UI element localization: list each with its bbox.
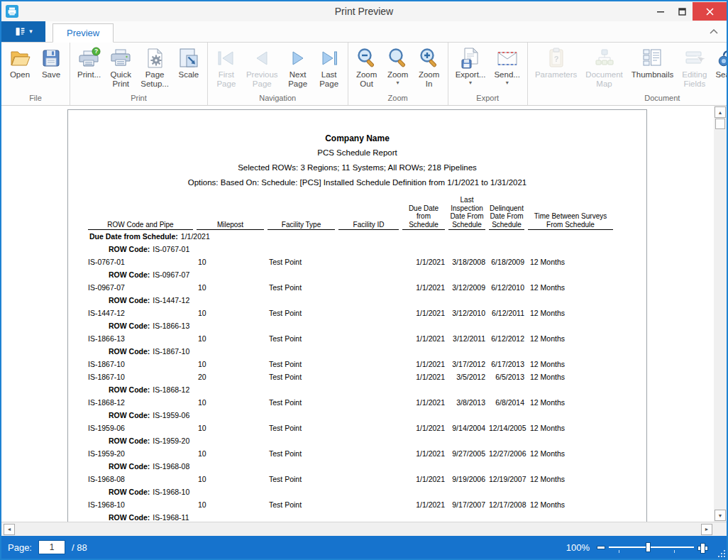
open-label: Open <box>10 70 30 79</box>
scale-button[interactable]: Scale <box>173 45 204 93</box>
zoom-percent: 100% <box>566 542 590 553</box>
column-header: Delinquent Date From Schedule <box>489 204 524 231</box>
report-data-row: IS-1959-0610Test Point1/1/20219/14/20041… <box>68 422 646 434</box>
document-map-button: Document Map <box>581 45 627 93</box>
ribbon-group-print: ?Print...Quick PrintPage Setup...ScalePr… <box>70 43 208 105</box>
row-code-group-row: ROW Code:IS-0967-07 <box>68 268 646 281</box>
editing-fields-label: Editing Fields <box>682 70 707 89</box>
vertical-scrollbar-thumb[interactable] <box>715 119 725 129</box>
zoom-slider-track[interactable] <box>609 542 694 553</box>
editing-fields-icon <box>683 46 706 70</box>
horizontal-scrollbar[interactable]: ◄ ► <box>1 522 727 536</box>
report-page: Company Name PCS Schedule Report Selecte… <box>67 109 647 522</box>
zoom-slider-thumb[interactable] <box>646 542 651 552</box>
page-gear-icon <box>143 46 166 70</box>
parameters-button: ?Parameters <box>531 45 581 93</box>
previous-page-label: Previous Page <box>246 70 278 89</box>
magnifier-icon <box>387 46 409 70</box>
zoom-in-label: Zoom In <box>419 70 439 89</box>
quick-print-button[interactable]: Quick Print <box>105 45 136 93</box>
zoom-out-button[interactable]: Zoom Out <box>351 45 382 93</box>
row-code-group-row: ROW Code:IS-1968-08 <box>68 460 646 473</box>
zoom-out-label: Zoom Out <box>356 70 377 89</box>
ribbon-toolbar: OpenSaveFile?Print...Quick PrintPage Set… <box>1 43 727 106</box>
titlebar: Print Preview <box>1 1 727 21</box>
ribbon-group-document: ?ParametersDocument MapThumbnailsEditing… <box>528 43 728 105</box>
row-code-group-row: ROW Code:IS-1867-10 <box>68 345 646 358</box>
column-header: Last Inspection Date From Schedule <box>448 196 485 230</box>
application-menu-button[interactable]: ▾ <box>1 21 45 42</box>
row-code-group-row: ROW Code:IS-1868-12 <box>68 383 646 396</box>
collapse-ribbon-button[interactable] <box>710 29 718 34</box>
column-header: Due Date from Schedule <box>402 204 445 231</box>
thumbnails-button[interactable]: Thumbnails <box>627 45 678 93</box>
report-data-row: IS-0967-0710Test Point1/1/20213/12/20096… <box>68 281 646 294</box>
zoom-in-slider-button[interactable] <box>697 543 707 552</box>
document-map-icon <box>593 46 616 70</box>
zoom-button[interactable]: Zoom▾ <box>382 45 414 93</box>
column-header: Facility Type <box>268 221 335 231</box>
ribbon-group-zoom: Zoom OutZoom▾Zoom InZoom <box>348 43 448 105</box>
row-code-group-row: ROW Code:IS-1968-10 <box>68 485 646 498</box>
ribbon-group-export: Export...▾Send...▾Export <box>448 43 528 105</box>
dropdown-caret-icon: ▾ <box>29 28 33 35</box>
scroll-up-button[interactable]: ▲ <box>715 106 726 118</box>
zoom-in-button[interactable]: Zoom In <box>414 45 445 93</box>
scroll-right-button[interactable]: ► <box>701 524 712 535</box>
export-button[interactable]: Export...▾ <box>451 45 490 93</box>
scroll-left-button[interactable]: ◄ <box>4 524 15 535</box>
column-header: Time Between Surveys From Schedule <box>528 212 613 230</box>
vertical-scrollbar[interactable]: ▲ ▼ <box>714 106 727 522</box>
tab-preview-label: Preview <box>67 28 99 38</box>
column-header: Milepost <box>197 221 264 231</box>
due-date-group-row: Due Date from Schedule:1/1/2021 <box>68 230 646 243</box>
close-button[interactable] <box>693 2 727 21</box>
ribbon-group-caption: File <box>1 93 70 105</box>
report-data-row: IS-1867-1010Test Point1/1/20213/17/20126… <box>68 358 646 370</box>
magnifier-plus-icon <box>418 46 441 70</box>
row-code-group-row: ROW Code:IS-1968-11 <box>68 511 646 522</box>
send-button[interactable]: Send...▾ <box>490 45 524 93</box>
ribbon-group-caption: Print <box>70 93 207 105</box>
maximize-button[interactable] <box>671 2 693 21</box>
zoom-out-slider-button[interactable] <box>597 546 605 549</box>
printer-icon <box>109 46 132 70</box>
last-page-button[interactable]: Last Page <box>314 45 345 93</box>
zoom-slider[interactable] <box>597 542 707 553</box>
row-code-group-row: ROW Code:IS-1447-12 <box>68 294 646 307</box>
save-floppy-icon <box>40 46 62 70</box>
quick-print-label: Quick Print <box>111 70 131 89</box>
page-setup-button[interactable]: Page Setup... <box>136 45 173 93</box>
report-data-row: IS-1968-1010Test Point1/1/20219/17/20071… <box>68 498 646 511</box>
page-label: Page: <box>8 542 32 553</box>
tab-preview[interactable]: Preview <box>53 23 114 43</box>
search-label: Search <box>715 70 728 79</box>
report-column-headers: ROW Code and PipeMilepostFacility TypeFa… <box>68 196 646 230</box>
search-button[interactable]: Search <box>711 45 728 93</box>
print-button[interactable]: ?Print... <box>73 45 105 93</box>
printer-question-icon: ? <box>78 46 101 70</box>
last-page-label: Last Page <box>319 70 338 89</box>
window-title: Print Preview <box>1 6 727 17</box>
nav-prev-icon <box>250 46 273 70</box>
dropdown-caret-icon: ▾ <box>469 80 472 86</box>
save-button[interactable]: Save <box>35 45 67 93</box>
report-selection-line: Selected ROWs: 3 Regions; 11 Systems; Al… <box>68 160 646 175</box>
svg-text:?: ? <box>553 55 558 63</box>
thumbnails-label: Thumbnails <box>632 70 673 79</box>
ribbon-group-file: OpenSaveFile <box>1 43 70 105</box>
open-button[interactable]: Open <box>4 45 35 93</box>
status-bar: Page: / 88 100% <box>1 536 727 559</box>
magnifier-minus-icon <box>355 46 378 70</box>
row-code-group-row: ROW Code:IS-0767-01 <box>68 243 646 256</box>
page-setup-label: Page Setup... <box>140 70 169 89</box>
scroll-down-button[interactable]: ▼ <box>715 510 726 521</box>
editing-fields-button: Editing Fields <box>678 45 711 93</box>
next-page-button[interactable]: Next Page <box>282 45 314 93</box>
page-number-input[interactable] <box>38 540 65 554</box>
resize-grip[interactable] <box>717 549 725 557</box>
row-code-group-row: ROW Code:IS-1959-20 <box>68 434 646 447</box>
minimize-button[interactable] <box>650 2 671 21</box>
report-rows: Due Date from Schedule:1/1/2021ROW Code:… <box>68 230 646 522</box>
first-page-label: First Page <box>216 70 236 89</box>
